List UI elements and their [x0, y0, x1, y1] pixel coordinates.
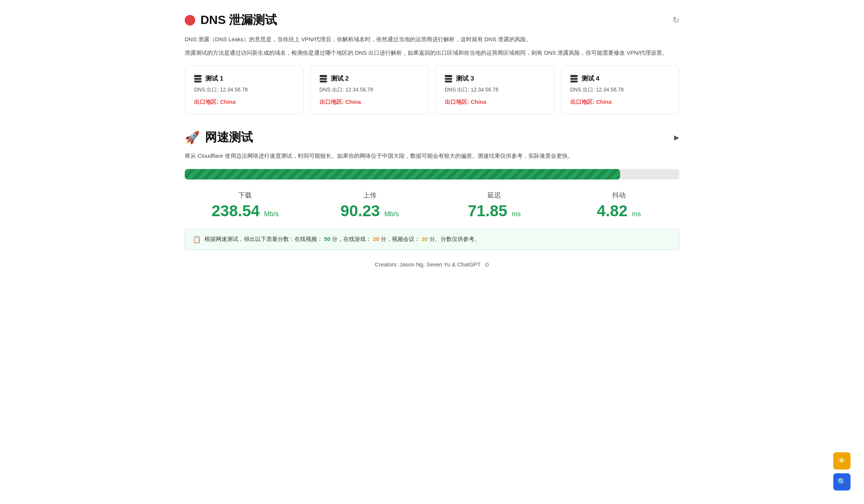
metric-unit-1: Mb/s [264, 210, 279, 218]
expand-arrow-icon[interactable]: ▶ [674, 133, 679, 142]
metric-value-3: 71.85 ms [434, 202, 555, 220]
metric-label-3: 延迟 [434, 191, 555, 200]
card-dns-4: DNS 出口: 12.34.56.78 [570, 87, 670, 93]
dns-card-3: 测试 3 DNS 出口: 12.34.56.78 出口地区: China [435, 66, 554, 114]
card-region-3: 出口地区: China [445, 99, 545, 106]
dns-desc-2: 泄露测试的方法是通过访问新生成的域名，检测你是通过哪个地区的 DNS 出口进行解… [185, 48, 679, 58]
quality-video-score: 50 [324, 236, 330, 242]
footer: Creators: Jason Ng, Seven Yu & ChatGPT ⊙ [185, 261, 679, 272]
card-region-label-3: 出口地区: [445, 99, 471, 105]
card-title-4: 测试 4 [581, 74, 599, 83]
metric-3: 延迟 71.85 ms [434, 191, 555, 220]
card-dns-3: DNS 出口: 12.34.56.78 [445, 87, 545, 93]
card-dns-2: DNS 出口: 12.34.56.78 [320, 87, 420, 93]
dns-card-4: 测试 4 DNS 出口: 12.34.56.78 出口地区: China [561, 66, 680, 114]
speed-section-title: 网速测试 [205, 129, 253, 146]
db-icon-4 [570, 75, 578, 82]
metric-unit-2: Mb/s [384, 210, 399, 218]
metric-unit-4: ms [632, 210, 641, 218]
footer-text: Creators: Jason Ng, Seven Yu & ChatGPT [375, 261, 480, 268]
quality-game-unit: 分，视频会议： [381, 236, 420, 242]
speed-title-group: 🚀 网速测试 [185, 129, 253, 146]
card-region-2: 出口地区: China [320, 99, 420, 106]
dns-title-group: DNS 泄漏测试 [185, 12, 277, 28]
card-region-1: 出口地区: China [194, 99, 294, 106]
db-icon-2 [320, 75, 327, 82]
metric-label-2: 上传 [309, 191, 431, 200]
dns-section-title: DNS 泄漏测试 [200, 12, 277, 28]
card-header-1: 测试 1 [194, 74, 294, 83]
card-region-value-2: China [345, 99, 361, 105]
red-dot-icon [185, 15, 195, 25]
metric-label-1: 下载 [185, 191, 306, 200]
card-title-2: 测试 2 [331, 74, 349, 83]
card-title-3: 测试 3 [456, 74, 474, 83]
dns-card-2: 测试 2 DNS 出口: 12.34.56.78 出口地区: China [310, 66, 429, 114]
dns-desc-1: DNS 泄露（DNS Leaks）的意思是，当你挂上 VPN/代理后，你解析域名… [185, 34, 679, 44]
db-icon-1 [194, 75, 202, 82]
card-header-2: 测试 2 [320, 74, 420, 83]
metric-2: 上传 90.23 Mb/s [309, 191, 431, 220]
quality-meeting-score: 30 [422, 236, 428, 242]
card-region-value-1: China [220, 99, 236, 105]
db-icon-3 [445, 75, 452, 82]
metric-label-4: 抖动 [559, 191, 680, 200]
card-region-label-1: 出口地区: [194, 99, 220, 105]
card-region-4: 出口地区: China [570, 99, 670, 106]
speed-progress-bar [185, 169, 620, 179]
refresh-icon[interactable]: ↻ [673, 15, 679, 25]
metric-value-2: 90.23 Mb/s [309, 202, 431, 220]
card-region-label-4: 出口地区: [570, 99, 596, 105]
dns-card-1: 测试 1 DNS 出口: 12.34.56.78 出口地区: China [185, 66, 303, 114]
card-title-1: 测试 1 [205, 74, 223, 83]
quality-prefix: 根据网速测试，得出以下质量分数：在线视频： [205, 236, 323, 242]
quality-meeting-unit: 分。分数仅供参考。 [429, 236, 480, 242]
card-region-value-3: China [471, 99, 486, 105]
quality-video-unit: 分，在线游戏： [332, 236, 371, 242]
github-icon: ⊙ [484, 261, 489, 268]
metric-4: 抖动 4.82 ms [559, 191, 680, 220]
card-header-3: 测试 3 [445, 74, 545, 83]
metric-value-1: 238.54 Mb/s [185, 202, 306, 220]
dns-cards-grid: 测试 1 DNS 出口: 12.34.56.78 出口地区: China 测试 … [185, 66, 679, 114]
speed-progress-container [185, 169, 679, 179]
quality-game-score: 20 [373, 236, 379, 242]
speed-desc: 将从 Cloudflare 使用边沿网络进行速度测试，时间可能较长。如果你的网络… [185, 151, 679, 161]
card-header-4: 测试 4 [570, 74, 670, 83]
quality-info-box: 📋 根据网速测试，得出以下质量分数：在线视频： 50 分，在线游戏： 20 分，… [185, 229, 679, 250]
doc-icon: 📋 [193, 235, 201, 244]
quality-text: 根据网速测试，得出以下质量分数：在线视频： 50 分，在线游戏： 20 分，视频… [205, 236, 480, 243]
metric-unit-3: ms [512, 210, 521, 218]
card-region-value-4: China [596, 99, 612, 105]
rocket-icon: 🚀 [185, 130, 200, 145]
speed-section-header: 🚀 网速测试 ▶ [185, 129, 679, 146]
speed-metrics-grid: 下载 238.54 Mb/s 上传 90.23 Mb/s 延迟 71.85 ms… [185, 191, 679, 220]
card-region-label-2: 出口地区: [320, 99, 345, 105]
metric-1: 下载 238.54 Mb/s [185, 191, 306, 220]
metric-value-4: 4.82 ms [559, 202, 680, 220]
card-dns-1: DNS 出口: 12.34.56.78 [194, 87, 294, 93]
dns-section-header: DNS 泄漏测试 ↻ [185, 12, 679, 28]
